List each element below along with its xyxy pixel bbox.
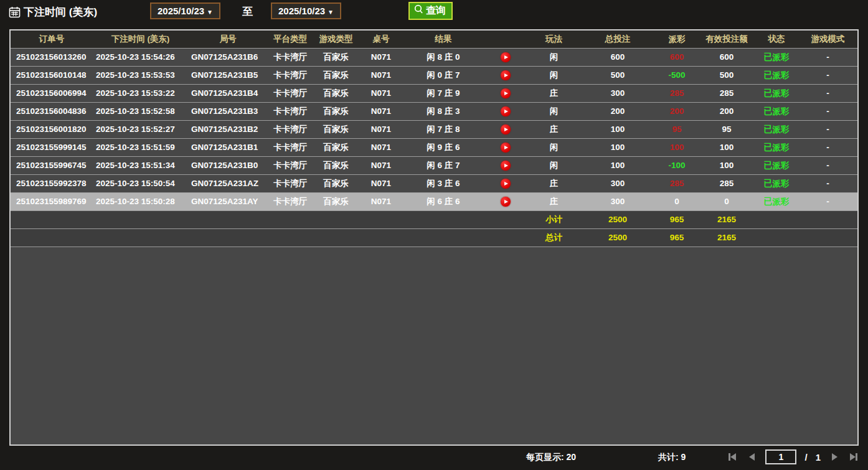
order-id-cell: 251023155996745 xyxy=(11,157,93,174)
play-icon[interactable] xyxy=(501,143,511,153)
payout-cell: -500 xyxy=(655,67,699,84)
table-row[interactable]: 251023155989769 2025-10-23 15:50:28 GN07… xyxy=(11,193,857,211)
order-id-cell: 251023156001820 xyxy=(11,121,93,138)
subtotal-payout: 965 xyxy=(655,211,699,228)
table-row[interactable]: 251023155996745 2025-10-23 15:51:34 GN07… xyxy=(11,157,857,175)
result-cell: 闲 6 庄 7 xyxy=(403,157,484,174)
date-to-dropdown[interactable]: 2025/10/23▼ xyxy=(271,2,341,19)
play-icon[interactable] xyxy=(501,161,511,171)
table-row[interactable]: 251023156004836 2025-10-23 15:52:58 GN07… xyxy=(11,103,857,121)
pager: / 1 xyxy=(727,449,859,464)
game-type-cell: 百家乐 xyxy=(313,85,359,102)
round-id-cell: GN07125A231B3 xyxy=(188,103,268,120)
result-cell: 闲 0 庄 7 xyxy=(403,67,484,84)
table-row[interactable]: 251023156006994 2025-10-23 15:53:22 GN07… xyxy=(11,85,857,103)
per-page-value: 20 xyxy=(567,452,577,462)
game-mode-cell: - xyxy=(798,85,857,102)
col-header-replay xyxy=(484,31,527,48)
result-cell: 闲 7 庄 8 xyxy=(403,121,484,138)
round-id-cell: GN07125A231B0 xyxy=(188,157,268,174)
replay-cell xyxy=(484,49,527,66)
play-icon[interactable] xyxy=(501,179,511,189)
replay-cell xyxy=(484,121,527,138)
search-icon xyxy=(413,4,424,17)
replay-cell xyxy=(484,67,527,84)
order-id-cell: 251023156006994 xyxy=(11,85,93,102)
next-page-button[interactable] xyxy=(829,451,840,463)
total-total-bet: 2500 xyxy=(580,229,655,247)
play-icon[interactable] xyxy=(501,52,511,62)
order-id-cell: 251023156010148 xyxy=(11,67,93,84)
game-type-cell: 百家乐 xyxy=(313,139,359,156)
status-cell: 已派彩 xyxy=(755,49,798,66)
date-to-value: 2025/10/23 xyxy=(278,6,325,16)
platform-cell: 卡卡湾厅 xyxy=(268,175,313,192)
game-mode-cell: - xyxy=(798,121,857,138)
game-mode-cell: - xyxy=(798,139,857,156)
platform-cell: 卡卡湾厅 xyxy=(268,121,313,138)
chevron-down-icon: ▼ xyxy=(328,9,334,16)
valid-bet-cell: 95 xyxy=(699,121,755,138)
table-no-cell: N071 xyxy=(359,175,403,192)
bet-type-cell: 闲 xyxy=(527,49,580,66)
bet-type-cell: 庄 xyxy=(527,121,580,138)
col-header-game-type: 游戏类型 xyxy=(313,31,359,48)
play-icon[interactable] xyxy=(501,125,511,134)
per-page-display: 每页显示: 20 xyxy=(526,452,576,463)
bet-time-cell: 2025-10-23 15:51:34 xyxy=(93,157,188,174)
round-id-cell: GN07125A231B1 xyxy=(188,139,268,156)
bet-time-label-text: 下注时间 (美东) xyxy=(24,5,97,19)
total-payout: 965 xyxy=(655,229,699,247)
play-icon[interactable] xyxy=(501,106,511,116)
game-type-cell: 百家乐 xyxy=(313,103,359,120)
status-cell: 已派彩 xyxy=(755,139,798,156)
game-type-cell: 百家乐 xyxy=(313,175,359,192)
total-bet-cell: 600 xyxy=(580,49,655,66)
round-id-cell: GN07125A231AY xyxy=(188,193,268,210)
bet-time-cell: 2025-10-23 15:52:58 xyxy=(93,103,188,120)
bet-records-table: 订单号 下注时间 (美东) 局号 平台类型 游戏类型 桌号 结果 玩法 总投注 … xyxy=(9,29,859,446)
valid-bet-cell: 285 xyxy=(699,85,755,102)
table-row[interactable]: 251023156013260 2025-10-23 15:54:26 GN07… xyxy=(11,49,857,67)
table-row[interactable]: 251023156010148 2025-10-23 15:53:53 GN07… xyxy=(11,67,857,85)
col-header-platform: 平台类型 xyxy=(268,31,313,48)
last-page-icon xyxy=(850,453,856,461)
game-mode-cell: - xyxy=(798,67,857,84)
prev-page-button[interactable] xyxy=(746,451,757,463)
valid-bet-cell: 100 xyxy=(699,139,755,156)
game-mode-cell: - xyxy=(798,157,857,174)
last-page-button[interactable] xyxy=(848,451,859,463)
date-from-dropdown[interactable]: 2025/10/23▼ xyxy=(150,2,220,19)
platform-cell: 卡卡湾厅 xyxy=(268,85,313,102)
total-bet-cell: 100 xyxy=(580,139,655,156)
page-number-input[interactable] xyxy=(765,449,796,464)
result-cell: 闲 7 庄 9 xyxy=(403,85,484,102)
query-button[interactable]: 查询 xyxy=(408,2,453,20)
next-page-icon xyxy=(832,453,837,461)
platform-cell: 卡卡湾厅 xyxy=(268,157,313,174)
total-bet-cell: 100 xyxy=(580,157,655,174)
bet-time-cell: 2025-10-23 15:53:22 xyxy=(93,85,188,102)
bet-type-cell: 闲 xyxy=(527,103,580,120)
payout-cell: 285 xyxy=(655,175,699,192)
table-row[interactable]: 251023155992378 2025-10-23 15:50:54 GN07… xyxy=(11,175,857,193)
play-icon[interactable] xyxy=(501,88,511,98)
game-mode-cell: - xyxy=(798,175,857,192)
table-no-cell: N071 xyxy=(359,103,403,120)
record-count-label: 共计: xyxy=(658,452,679,462)
table-no-cell: N071 xyxy=(359,193,403,210)
play-icon[interactable] xyxy=(501,197,511,207)
total-bet-cell: 200 xyxy=(580,103,655,120)
play-icon[interactable] xyxy=(501,70,511,80)
game-mode-cell: - xyxy=(798,193,857,210)
first-page-button[interactable] xyxy=(727,451,738,463)
table-row[interactable]: 251023155999145 2025-10-23 15:51:59 GN07… xyxy=(11,139,857,157)
payout-cell: 0 xyxy=(655,193,699,210)
bet-time-cell: 2025-10-23 15:52:27 xyxy=(93,121,188,138)
col-header-bet-time: 下注时间 (美东) xyxy=(93,31,188,48)
order-id-cell: 251023155992378 xyxy=(11,175,93,192)
table-row[interactable]: 251023156001820 2025-10-23 15:52:27 GN07… xyxy=(11,121,857,139)
chevron-down-icon: ▼ xyxy=(207,9,213,16)
bet-type-cell: 闲 xyxy=(527,67,580,84)
subtotal-row: 小计 2500 965 2165 xyxy=(11,211,857,229)
